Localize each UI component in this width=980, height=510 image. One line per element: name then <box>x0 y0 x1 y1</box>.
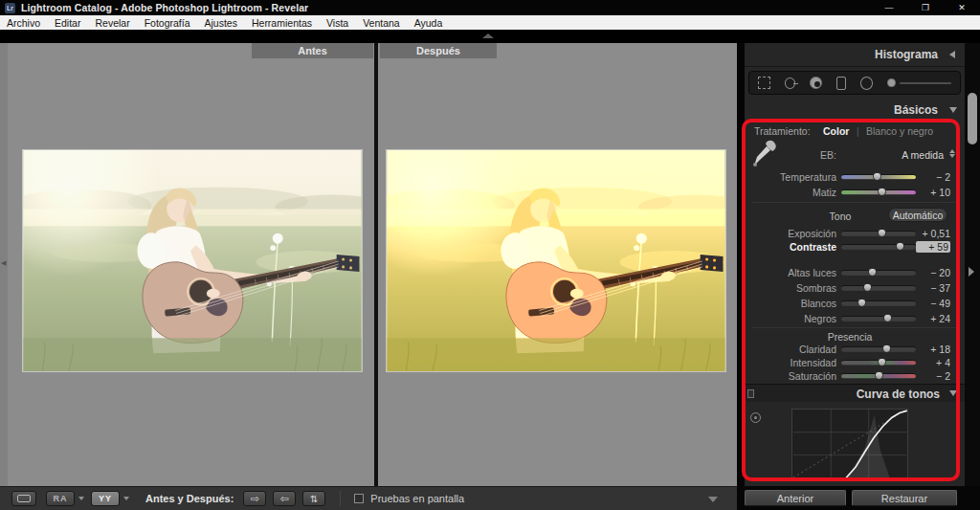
adjustment-brush-icon[interactable] <box>887 78 896 87</box>
slider-track[interactable] <box>841 346 916 352</box>
histogram-panel-header[interactable]: Histograma <box>745 45 965 64</box>
right-panel-region: Histograma Básicos <box>737 43 980 486</box>
presence-section-label: Presencia <box>792 331 907 343</box>
spot-removal-icon[interactable] <box>785 78 796 89</box>
treatment-label: Tratamiento: <box>754 125 811 137</box>
slider-label: Blancos <box>745 298 836 309</box>
slider-track[interactable] <box>841 373 916 379</box>
reset-button[interactable]: Restaurar <box>852 490 957 506</box>
tone-curve-title: Curva de tonos <box>857 388 940 401</box>
panel-footer: Anterior Restaurar <box>737 486 980 510</box>
dropdown-caret-icon[interactable] <box>123 497 129 500</box>
close-button[interactable]: ✕ <box>944 0 980 15</box>
slider-thumb[interactable] <box>878 188 886 196</box>
slider-track[interactable] <box>841 360 916 366</box>
slider-track[interactable] <box>841 174 916 180</box>
slider-value: − 49 <box>912 298 950 309</box>
menu-archivo[interactable]: Archivo <box>7 17 40 29</box>
slider-track[interactable] <box>841 300 916 306</box>
slider-altas-luces: Altas luces − 20 <box>745 266 965 279</box>
slider-temperatura: Temperatura − 2 <box>745 170 965 184</box>
soft-proof-control: Pruebas en pantalla <box>354 493 464 504</box>
loupe-view-button[interactable] <box>11 491 36 506</box>
slider-blancos: Blancos − 49 <box>745 297 965 310</box>
slider-thumb[interactable] <box>858 299 866 307</box>
tone-row: Tono Automático <box>745 208 965 223</box>
menu-herramientas[interactable]: Herramientas <box>252 17 312 29</box>
slider-label: Saturación <box>745 370 836 382</box>
dropdown-caret-icon[interactable] <box>78 497 84 500</box>
slider-value: + 10 <box>912 187 950 198</box>
toolbar-options-caret-icon[interactable] <box>708 497 718 502</box>
slider-track[interactable] <box>841 189 916 195</box>
expand-left-panel-icon[interactable]: ◀ <box>1 259 6 267</box>
auto-tone-button[interactable]: Automático <box>888 208 947 222</box>
left-panel-strip[interactable]: ◀ <box>0 43 8 486</box>
menu-editar[interactable]: Editar <box>55 17 80 29</box>
basics-panel-header[interactable]: Básicos <box>745 100 965 120</box>
crop-overlay-icon[interactable] <box>758 77 770 89</box>
previous-button[interactable]: Anterior <box>745 490 846 506</box>
slider-track[interactable] <box>841 270 916 276</box>
panel-switch-icon[interactable] <box>747 389 754 398</box>
window-title: Lightroom Catalog - Adobe Photoshop Ligh… <box>21 2 308 13</box>
slider-claridad: Claridad + 18 <box>745 343 965 356</box>
slider-label: Negros <box>745 313 836 324</box>
panel-scrollbar <box>965 43 980 486</box>
slider-thumb[interactable] <box>868 268 877 277</box>
workspace: ◀ Antes Después <box>0 43 980 486</box>
slider-track[interactable] <box>841 244 916 250</box>
slider-track[interactable] <box>841 285 916 291</box>
slider-thumb[interactable] <box>882 344 891 353</box>
menu-vista[interactable]: Vista <box>326 17 348 29</box>
after-photo[interactable] <box>386 149 726 372</box>
slider-thumb[interactable] <box>875 371 883 380</box>
scrollbar-thumb[interactable] <box>968 93 977 144</box>
targeted-adjustment-icon[interactable] <box>750 412 761 423</box>
treatment-bw-option[interactable]: Blanco y negro <box>866 125 933 137</box>
slider-value: + 59 <box>916 241 950 253</box>
slider-thumb[interactable] <box>878 229 886 237</box>
menu-ajustes[interactable]: Ajustes <box>205 17 237 29</box>
menu-ayuda[interactable]: Ayuda <box>414 17 443 29</box>
tone-curve-panel-header[interactable]: Curva de tonos <box>745 384 965 402</box>
before-after-tb-button[interactable]: YY <box>91 491 120 506</box>
before-after-lr-button[interactable]: RA <box>46 491 75 506</box>
menu-ventana[interactable]: Ventana <box>363 17 400 29</box>
radial-filter-icon[interactable] <box>860 77 874 90</box>
slider-thumb[interactable] <box>896 242 904 251</box>
slider-negros: Negros + 24 <box>745 312 965 325</box>
menu-revelar[interactable]: Revelar <box>95 17 129 29</box>
slider-label: Sombras <box>745 282 836 294</box>
brush-size-slider[interactable] <box>900 82 951 84</box>
swap-before-after-button[interactable]: ⇅ <box>302 491 325 506</box>
collapse-right-panel-icon[interactable] <box>969 267 974 277</box>
white-balance-eyedropper-icon[interactable] <box>752 139 777 167</box>
menu-fotografia[interactable]: Fotografía <box>145 17 190 29</box>
before-after-label: Antes y Después: <box>145 493 234 504</box>
soft-proof-checkbox[interactable] <box>354 494 364 503</box>
graduated-filter-icon[interactable] <box>836 77 846 90</box>
wb-row: EB: A medida <box>745 148 965 162</box>
slider-track[interactable] <box>841 231 916 236</box>
slider-thumb[interactable] <box>878 358 886 366</box>
top-panel-strip <box>0 30 980 43</box>
minimize-button[interactable]: — <box>871 0 907 15</box>
tone-curve-graph[interactable] <box>791 409 908 478</box>
red-eye-correction-icon[interactable] <box>810 77 822 89</box>
wb-preset-select[interactable]: A medida <box>902 149 944 161</box>
slider-thumb[interactable] <box>873 172 881 181</box>
after-pane-label: Después <box>380 43 497 58</box>
copy-settings-right-button[interactable]: ⇨ <box>243 491 266 506</box>
before-photo[interactable] <box>22 149 363 372</box>
wb-preset-caret-icon[interactable] <box>949 149 955 158</box>
treatment-color-option[interactable]: Color <box>823 125 849 137</box>
slider-thumb[interactable] <box>883 314 892 322</box>
develop-panel: Histograma Básicos <box>745 43 965 486</box>
copy-settings-left-button[interactable]: ⇦ <box>273 491 296 506</box>
divider <box>752 327 957 328</box>
slider-track[interactable] <box>841 316 916 322</box>
expand-top-panel-icon[interactable] <box>482 33 494 38</box>
slider-thumb[interactable] <box>863 283 872 292</box>
restore-button[interactable]: ❐ <box>907 0 944 15</box>
